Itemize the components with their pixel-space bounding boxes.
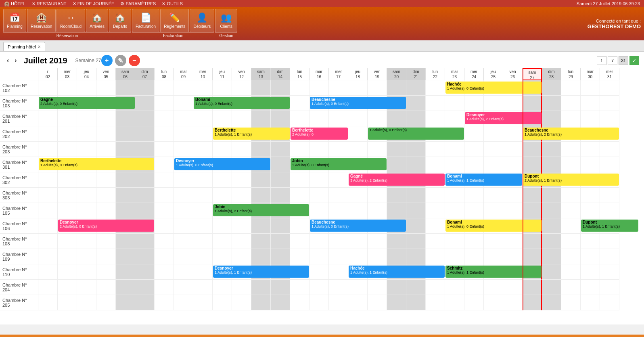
day-cell-20[interactable] [387, 249, 406, 264]
day-cell-07[interactable] [135, 96, 155, 111]
day-cell-17[interactable] [329, 234, 348, 249]
view-31day-btn[interactable]: 31 [619, 56, 628, 65]
day-cell-09[interactable] [174, 172, 193, 188]
day-cell-02[interactable] [38, 126, 58, 142]
day-cell-03[interactable] [58, 142, 77, 157]
toolbar-btn-facturation[interactable]: 📄 Facturation [132, 9, 159, 32]
day-cell-23[interactable] [445, 111, 464, 126]
reservation-block[interactable]: Hachée1 Adulte(s), 1 Enfant(s) [349, 266, 445, 278]
day-cell-21[interactable] [406, 218, 426, 234]
day-cell-16[interactable] [309, 111, 329, 126]
day-cell-04[interactable] [77, 234, 96, 249]
day-cell-14[interactable] [271, 218, 290, 234]
day-cell-11[interactable] [213, 295, 232, 310]
day-cell-06[interactable] [116, 111, 135, 126]
day-cell-26[interactable] [503, 203, 523, 218]
day-cell-19[interactable] [368, 295, 387, 310]
toolbar-btn-arrivees[interactable]: 🏠 Arrivées [86, 9, 108, 32]
day-cell-22[interactable] [426, 203, 445, 218]
day-cell-24[interactable] [464, 249, 484, 264]
day-cell-29[interactable] [561, 218, 581, 234]
day-cell-22[interactable] [426, 96, 445, 111]
day-cell-21[interactable] [406, 157, 426, 172]
day-cell-12[interactable] [232, 80, 251, 96]
day-cell-16[interactable] [309, 234, 329, 249]
day-cell-25[interactable] [484, 188, 503, 203]
day-cell-07[interactable] [135, 234, 155, 249]
day-cell-27[interactable] [523, 234, 542, 249]
day-cell-18[interactable] [348, 142, 368, 157]
day-cell-28[interactable] [542, 249, 561, 264]
day-cell-31[interactable] [600, 80, 619, 96]
day-cell-20[interactable] [387, 80, 406, 96]
day-cell-20[interactable] [387, 280, 406, 295]
day-cell-02[interactable] [38, 234, 58, 249]
day-cell-25[interactable] [484, 249, 503, 264]
day-cell-31[interactable] [600, 280, 619, 295]
reservation-block[interactable]: Berthelette1 Adulte(s), 0 Enfant(s) [39, 158, 154, 170]
day-cell-11[interactable] [213, 234, 232, 249]
day-cell-08[interactable] [155, 203, 174, 218]
day-cell-16[interactable] [309, 295, 329, 310]
day-cell-02[interactable] [38, 295, 58, 310]
day-cell-11[interactable] [213, 142, 232, 157]
reservation-block[interactable]: Beauchesne1 Adulte(s), 2 Enfant(s) [523, 128, 619, 140]
day-cell-06[interactable] [116, 188, 135, 203]
day-cell-16[interactable] [309, 203, 329, 218]
remove-btn[interactable]: − [129, 55, 140, 66]
day-cell-30[interactable] [581, 142, 600, 157]
reservation-block[interactable]: Gagné2 Adulte(s), 0 Enfant(s) [39, 97, 135, 109]
day-cell-31[interactable] [600, 203, 619, 218]
day-cell-26[interactable] [503, 295, 523, 310]
day-cell-12[interactable] [232, 234, 251, 249]
day-cell-05[interactable] [96, 295, 116, 310]
day-cell-25[interactable] [484, 157, 503, 172]
day-cell-25[interactable] [484, 280, 503, 295]
day-cell-21[interactable] [406, 249, 426, 264]
day-cell-25[interactable] [484, 96, 503, 111]
day-cell-19[interactable] [368, 203, 387, 218]
day-cell-02[interactable] [38, 111, 58, 126]
day-cell-28[interactable] [542, 218, 561, 234]
day-cell-16[interactable] [309, 188, 329, 203]
day-cell-28[interactable] [542, 203, 561, 218]
day-cell-11[interactable] [213, 172, 232, 188]
reservation-block[interactable]: Dupont1 Adulte(s), 1 Enfant(s) [581, 220, 638, 232]
day-cell-17[interactable] [329, 142, 348, 157]
reservation-block[interactable]: Desnoyer1 Adulte(s), 1 Enfant(s) [213, 266, 309, 278]
day-cell-31[interactable] [600, 188, 619, 203]
day-cell-13[interactable] [251, 234, 271, 249]
day-cell-28[interactable] [542, 295, 561, 310]
day-cell-15[interactable] [290, 295, 309, 310]
day-cell-11[interactable] [213, 80, 232, 96]
day-cell-02[interactable] [38, 249, 58, 264]
day-cell-26[interactable] [503, 234, 523, 249]
day-cell-06[interactable] [116, 249, 135, 264]
view-1day-btn[interactable]: 1 [597, 56, 606, 65]
day-cell-10[interactable] [193, 218, 213, 234]
day-cell-09[interactable] [174, 280, 193, 295]
day-cell-09[interactable] [174, 264, 193, 280]
day-cell-11[interactable] [213, 111, 232, 126]
day-cell-09[interactable] [174, 126, 193, 142]
day-cell-26[interactable] [503, 96, 523, 111]
day-cell-26[interactable] [503, 157, 523, 172]
day-cell-05[interactable] [96, 264, 116, 280]
day-cell-10[interactable] [193, 203, 213, 218]
day-cell-02[interactable] [38, 188, 58, 203]
day-cell-05[interactable] [96, 280, 116, 295]
menu-parametres[interactable]: ⚙ PARAMÈTRES [120, 1, 156, 6]
day-cell-18[interactable] [348, 203, 368, 218]
day-cell-27[interactable] [523, 142, 542, 157]
day-cell-06[interactable] [116, 295, 135, 310]
day-cell-18[interactable] [348, 188, 368, 203]
topbar-menu[interactable]: 🏨 HÔTEL ✕ RESTAURANT ✕ FIN DE JOURNÉE ⚙ … [4, 1, 183, 6]
day-cell-21[interactable] [406, 234, 426, 249]
day-cell-04[interactable] [77, 295, 96, 310]
day-cell-07[interactable] [135, 80, 155, 96]
reservation-block[interactable]: Jobin1 Adulte(s), 2 Enfant(s) [213, 204, 309, 216]
day-cell-14[interactable] [271, 157, 290, 172]
reservation-block[interactable]: Dupont2 Adulte(s), 1 Enfant(s) [523, 174, 619, 186]
day-cell-24[interactable] [464, 126, 484, 142]
day-cell-07[interactable] [135, 249, 155, 264]
